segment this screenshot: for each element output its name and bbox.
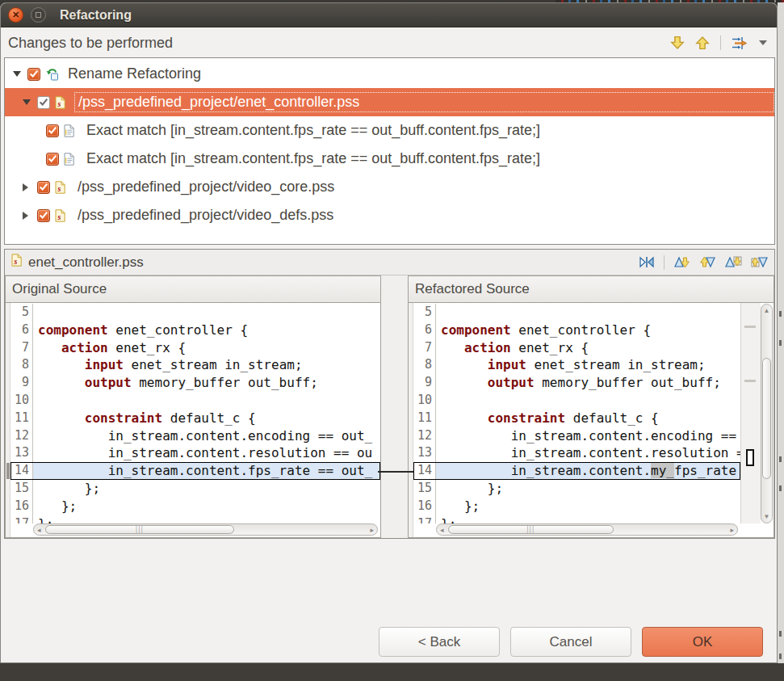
line-number: 15 xyxy=(10,480,33,498)
previous-difference-icon[interactable] xyxy=(699,255,716,269)
overview-ruler[interactable] xyxy=(740,303,761,523)
maximize-icon[interactable] xyxy=(31,7,46,23)
scrollbar-thumb[interactable]: ||| xyxy=(448,525,614,534)
tree-checkbox[interactable] xyxy=(46,153,59,166)
tree-item-label: /pss_predefined_project/enet_controller.… xyxy=(74,92,774,112)
code-line[interactable]: 16 }; xyxy=(10,498,380,515)
next-change-arrow-down-icon[interactable] xyxy=(670,36,685,50)
tree-item-label: Rename Refactoring xyxy=(65,65,204,83)
next-change-icon[interactable] xyxy=(725,255,742,269)
tree-item[interactable]: s/pss_predefined_project/enet_controller… xyxy=(5,88,774,116)
line-number: 5 xyxy=(10,304,33,322)
code-line[interactable]: 5 xyxy=(10,304,380,322)
match-icon xyxy=(64,124,78,137)
tree-checkbox[interactable] xyxy=(37,96,50,109)
titlebar[interactable]: ✕ Refactoring xyxy=(1,3,777,27)
left-horizontal-scrollbar[interactable]: ◂ ||| ▸ xyxy=(33,523,378,536)
scroll-down-icon[interactable]: ▼ xyxy=(761,511,772,522)
tree-item[interactable]: Rename Refactoring xyxy=(5,60,774,88)
tree-checkbox[interactable] xyxy=(27,68,40,81)
code-line[interactable]: 17}; xyxy=(10,515,380,523)
scroll-left-icon[interactable]: ◂ xyxy=(440,524,444,535)
background-window-right-sliver xyxy=(778,2,784,663)
view-menu-caret-icon[interactable] xyxy=(759,40,767,45)
scroll-right-icon[interactable]: ▸ xyxy=(370,524,374,535)
tree-expander-icon[interactable] xyxy=(13,71,23,77)
line-number: 6 xyxy=(10,322,33,339)
code-line[interactable]: 14 in_stream.content.fps_rate == out_ xyxy=(10,462,380,480)
tree-item[interactable]: s/pss_predefined_project/video_core.pss xyxy=(5,173,774,201)
tree-expander-icon[interactable] xyxy=(23,99,32,105)
line-number: 9 xyxy=(10,374,33,392)
refactored-source-pane[interactable]: 56component enet_controller {7 action en… xyxy=(408,303,774,538)
tree-item-label: /pss_predefined_project/video_core.pss xyxy=(74,178,337,196)
svg-text:s: s xyxy=(57,212,61,221)
code-line[interactable]: 9 output memory_buffer out_buff; xyxy=(10,374,380,392)
compare-toolbar xyxy=(639,255,768,270)
window-title: Refactoring xyxy=(60,8,132,23)
tree-expander-icon[interactable] xyxy=(23,212,32,220)
tree-item[interactable]: s/pss_predefined_project/video_defs.pss xyxy=(5,201,774,229)
code-line[interactable]: 11 constraint default_c { xyxy=(413,410,740,427)
scrollbar-thumb[interactable]: ||| xyxy=(45,525,234,534)
toolbar-separator xyxy=(720,36,721,50)
tree-expander-icon[interactable] xyxy=(23,183,32,191)
close-icon[interactable]: ✕ xyxy=(8,7,23,23)
code-line[interactable]: 15 }; xyxy=(10,480,380,498)
code-line[interactable]: 9 output memory_buffer out_buff; xyxy=(413,374,740,392)
right-vertical-scrollbar[interactable]: ▲ ▼ xyxy=(761,304,773,523)
restore-item-icon[interactable] xyxy=(732,36,748,50)
code-line[interactable]: 11 constraint default_c { xyxy=(10,410,380,427)
code-line[interactable]: 15 }; xyxy=(413,480,740,498)
code-line[interactable]: 7 action enet_rx { xyxy=(10,339,380,357)
swap-views-icon[interactable] xyxy=(639,256,655,268)
scroll-right-icon[interactable]: ▸ xyxy=(730,524,734,535)
code-line[interactable]: 16 }; xyxy=(413,498,740,515)
line-number: 17 xyxy=(10,515,33,523)
pss-file-icon: s xyxy=(55,96,69,109)
code-line[interactable]: 7 action enet_rx { xyxy=(413,339,740,357)
code-line[interactable]: 14 in_stream.content.my_fps_rate = xyxy=(413,462,740,480)
code-line[interactable]: 12 in_stream.content.encoding == o xyxy=(413,427,740,445)
change-marker[interactable] xyxy=(746,449,754,466)
code-line[interactable]: 10 xyxy=(10,392,380,410)
background-window-bottom-strip xyxy=(0,663,784,681)
line-number: 12 xyxy=(413,427,436,445)
pss-file-icon: s xyxy=(11,254,22,271)
tree-item[interactable]: Exact match [in_stream.content.fps_rate … xyxy=(5,116,774,145)
back-button[interactable]: < Back xyxy=(379,627,500,657)
code-line[interactable]: 13 in_stream.content.resolution == xyxy=(413,444,740,462)
tree-item[interactable]: Exact match [in_stream.content.fps_rate … xyxy=(5,145,774,173)
code-line[interactable]: 8 input enet_stream in_stream; xyxy=(413,356,740,374)
code-line[interactable]: 5 xyxy=(413,304,740,322)
svg-text:s: s xyxy=(57,99,61,107)
tree-checkbox[interactable] xyxy=(46,124,59,137)
svg-text:s: s xyxy=(14,257,18,266)
code-line[interactable]: 13 in_stream.content.resolution == ou xyxy=(10,444,380,462)
previous-change-arrow-up-icon[interactable] xyxy=(695,36,710,50)
code-line[interactable]: 8 input enet_stream in_stream; xyxy=(10,356,380,374)
diff-connector-line xyxy=(378,471,413,473)
next-difference-icon[interactable] xyxy=(673,255,690,269)
code-line[interactable]: 6component enet_controller { xyxy=(413,322,740,339)
code-line[interactable]: 10 xyxy=(413,392,740,410)
scroll-left-icon[interactable]: ◂ xyxy=(37,524,41,535)
compare-body: 56component enet_controller {7 action en… xyxy=(5,303,774,538)
tree-checkbox[interactable] xyxy=(37,181,50,194)
compare-file: s enet_controller.pss xyxy=(11,254,639,271)
pss-file-icon: s xyxy=(55,209,69,222)
code-line[interactable]: 12 in_stream.content.encoding == out_ xyxy=(10,427,380,445)
original-source-pane[interactable]: 56component enet_controller {7 action en… xyxy=(5,303,381,538)
right-horizontal-scrollbar[interactable]: ◂ ||| ▸ xyxy=(436,523,738,536)
code-line[interactable]: 6component enet_controller { xyxy=(10,322,380,339)
cancel-button[interactable]: Cancel xyxy=(510,627,631,657)
original-source-header: Original Source xyxy=(5,275,381,303)
ok-button[interactable]: OK xyxy=(642,627,763,657)
code-line[interactable]: 17}; xyxy=(413,515,740,523)
changes-tree[interactable]: Rename Refactorings/pss_predefined_proje… xyxy=(4,57,775,245)
tree-checkbox[interactable] xyxy=(37,209,50,222)
right-annotation-ruler xyxy=(409,303,413,537)
previous-change-icon[interactable] xyxy=(751,255,768,269)
scrollbar-thumb[interactable] xyxy=(762,358,771,479)
scroll-up-icon[interactable]: ▲ xyxy=(761,305,772,316)
